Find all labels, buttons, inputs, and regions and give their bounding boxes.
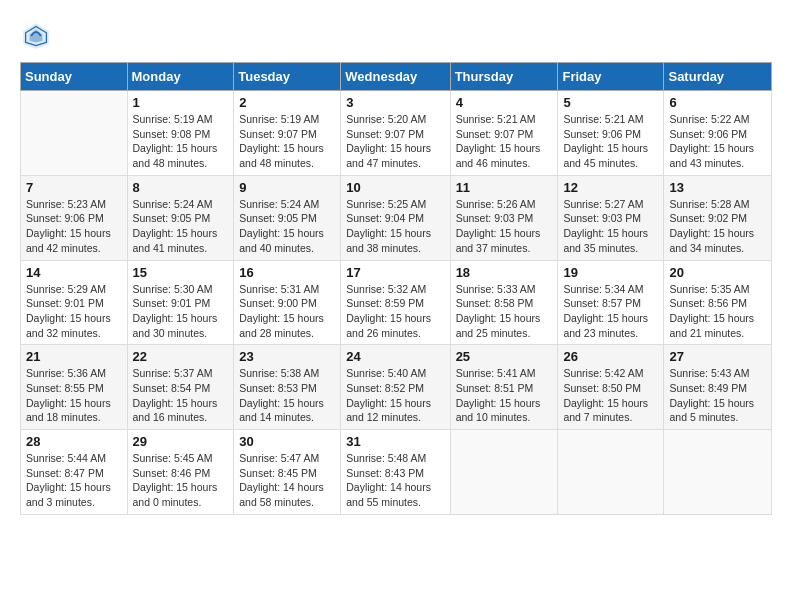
calendar-cell: 21Sunrise: 5:36 AM Sunset: 8:55 PM Dayli… (21, 345, 128, 430)
calendar-cell: 20Sunrise: 5:35 AM Sunset: 8:56 PM Dayli… (664, 260, 772, 345)
day-number: 12 (563, 180, 658, 195)
logo (20, 20, 58, 52)
weekday-header-tuesday: Tuesday (234, 63, 341, 91)
day-number: 25 (456, 349, 553, 364)
logo-icon (20, 20, 52, 52)
weekday-header-wednesday: Wednesday (341, 63, 450, 91)
day-number: 18 (456, 265, 553, 280)
calendar-cell: 22Sunrise: 5:37 AM Sunset: 8:54 PM Dayli… (127, 345, 234, 430)
day-info: Sunrise: 5:32 AM Sunset: 8:59 PM Dayligh… (346, 282, 444, 341)
week-row-4: 21Sunrise: 5:36 AM Sunset: 8:55 PM Dayli… (21, 345, 772, 430)
calendar-cell: 27Sunrise: 5:43 AM Sunset: 8:49 PM Dayli… (664, 345, 772, 430)
day-info: Sunrise: 5:20 AM Sunset: 9:07 PM Dayligh… (346, 112, 444, 171)
day-info: Sunrise: 5:24 AM Sunset: 9:05 PM Dayligh… (133, 197, 229, 256)
day-number: 27 (669, 349, 766, 364)
calendar-cell: 1Sunrise: 5:19 AM Sunset: 9:08 PM Daylig… (127, 91, 234, 176)
calendar-cell: 16Sunrise: 5:31 AM Sunset: 9:00 PM Dayli… (234, 260, 341, 345)
day-number: 9 (239, 180, 335, 195)
day-number: 6 (669, 95, 766, 110)
calendar-cell: 26Sunrise: 5:42 AM Sunset: 8:50 PM Dayli… (558, 345, 664, 430)
day-number: 13 (669, 180, 766, 195)
day-number: 3 (346, 95, 444, 110)
day-info: Sunrise: 5:47 AM Sunset: 8:45 PM Dayligh… (239, 451, 335, 510)
day-info: Sunrise: 5:26 AM Sunset: 9:03 PM Dayligh… (456, 197, 553, 256)
day-number: 10 (346, 180, 444, 195)
calendar-cell: 10Sunrise: 5:25 AM Sunset: 9:04 PM Dayli… (341, 175, 450, 260)
day-info: Sunrise: 5:37 AM Sunset: 8:54 PM Dayligh… (133, 366, 229, 425)
weekday-header-friday: Friday (558, 63, 664, 91)
calendar-cell: 30Sunrise: 5:47 AM Sunset: 8:45 PM Dayli… (234, 430, 341, 515)
weekday-header-thursday: Thursday (450, 63, 558, 91)
day-number: 26 (563, 349, 658, 364)
day-info: Sunrise: 5:45 AM Sunset: 8:46 PM Dayligh… (133, 451, 229, 510)
day-info: Sunrise: 5:23 AM Sunset: 9:06 PM Dayligh… (26, 197, 122, 256)
day-info: Sunrise: 5:29 AM Sunset: 9:01 PM Dayligh… (26, 282, 122, 341)
day-info: Sunrise: 5:42 AM Sunset: 8:50 PM Dayligh… (563, 366, 658, 425)
day-info: Sunrise: 5:48 AM Sunset: 8:43 PM Dayligh… (346, 451, 444, 510)
calendar-cell: 23Sunrise: 5:38 AM Sunset: 8:53 PM Dayli… (234, 345, 341, 430)
calendar-cell (450, 430, 558, 515)
day-number: 1 (133, 95, 229, 110)
day-info: Sunrise: 5:38 AM Sunset: 8:53 PM Dayligh… (239, 366, 335, 425)
week-row-2: 7Sunrise: 5:23 AM Sunset: 9:06 PM Daylig… (21, 175, 772, 260)
calendar-cell: 31Sunrise: 5:48 AM Sunset: 8:43 PM Dayli… (341, 430, 450, 515)
calendar-cell: 15Sunrise: 5:30 AM Sunset: 9:01 PM Dayli… (127, 260, 234, 345)
day-number: 23 (239, 349, 335, 364)
calendar-cell: 29Sunrise: 5:45 AM Sunset: 8:46 PM Dayli… (127, 430, 234, 515)
day-info: Sunrise: 5:22 AM Sunset: 9:06 PM Dayligh… (669, 112, 766, 171)
calendar-cell: 14Sunrise: 5:29 AM Sunset: 9:01 PM Dayli… (21, 260, 128, 345)
day-info: Sunrise: 5:33 AM Sunset: 8:58 PM Dayligh… (456, 282, 553, 341)
day-number: 19 (563, 265, 658, 280)
calendar-cell: 13Sunrise: 5:28 AM Sunset: 9:02 PM Dayli… (664, 175, 772, 260)
weekday-header-sunday: Sunday (21, 63, 128, 91)
day-number: 31 (346, 434, 444, 449)
day-number: 17 (346, 265, 444, 280)
day-number: 2 (239, 95, 335, 110)
week-row-1: 1Sunrise: 5:19 AM Sunset: 9:08 PM Daylig… (21, 91, 772, 176)
calendar-cell (21, 91, 128, 176)
calendar-cell: 17Sunrise: 5:32 AM Sunset: 8:59 PM Dayli… (341, 260, 450, 345)
day-info: Sunrise: 5:30 AM Sunset: 9:01 PM Dayligh… (133, 282, 229, 341)
calendar-cell: 18Sunrise: 5:33 AM Sunset: 8:58 PM Dayli… (450, 260, 558, 345)
day-number: 15 (133, 265, 229, 280)
day-info: Sunrise: 5:27 AM Sunset: 9:03 PM Dayligh… (563, 197, 658, 256)
day-info: Sunrise: 5:35 AM Sunset: 8:56 PM Dayligh… (669, 282, 766, 341)
day-info: Sunrise: 5:28 AM Sunset: 9:02 PM Dayligh… (669, 197, 766, 256)
day-number: 14 (26, 265, 122, 280)
calendar-cell: 8Sunrise: 5:24 AM Sunset: 9:05 PM Daylig… (127, 175, 234, 260)
page-header (20, 20, 772, 52)
calendar-cell: 19Sunrise: 5:34 AM Sunset: 8:57 PM Dayli… (558, 260, 664, 345)
calendar-cell: 12Sunrise: 5:27 AM Sunset: 9:03 PM Dayli… (558, 175, 664, 260)
calendar-cell: 4Sunrise: 5:21 AM Sunset: 9:07 PM Daylig… (450, 91, 558, 176)
day-info: Sunrise: 5:19 AM Sunset: 9:08 PM Dayligh… (133, 112, 229, 171)
weekday-header-saturday: Saturday (664, 63, 772, 91)
day-info: Sunrise: 5:19 AM Sunset: 9:07 PM Dayligh… (239, 112, 335, 171)
weekday-header-monday: Monday (127, 63, 234, 91)
day-number: 11 (456, 180, 553, 195)
calendar-cell: 2Sunrise: 5:19 AM Sunset: 9:07 PM Daylig… (234, 91, 341, 176)
calendar-cell: 9Sunrise: 5:24 AM Sunset: 9:05 PM Daylig… (234, 175, 341, 260)
day-number: 8 (133, 180, 229, 195)
day-info: Sunrise: 5:25 AM Sunset: 9:04 PM Dayligh… (346, 197, 444, 256)
calendar-cell: 11Sunrise: 5:26 AM Sunset: 9:03 PM Dayli… (450, 175, 558, 260)
day-info: Sunrise: 5:44 AM Sunset: 8:47 PM Dayligh… (26, 451, 122, 510)
day-number: 4 (456, 95, 553, 110)
day-info: Sunrise: 5:41 AM Sunset: 8:51 PM Dayligh… (456, 366, 553, 425)
day-number: 20 (669, 265, 766, 280)
calendar-cell: 28Sunrise: 5:44 AM Sunset: 8:47 PM Dayli… (21, 430, 128, 515)
day-number: 30 (239, 434, 335, 449)
day-number: 28 (26, 434, 122, 449)
weekday-header-row: SundayMondayTuesdayWednesdayThursdayFrid… (21, 63, 772, 91)
calendar-cell: 5Sunrise: 5:21 AM Sunset: 9:06 PM Daylig… (558, 91, 664, 176)
week-row-3: 14Sunrise: 5:29 AM Sunset: 9:01 PM Dayli… (21, 260, 772, 345)
week-row-5: 28Sunrise: 5:44 AM Sunset: 8:47 PM Dayli… (21, 430, 772, 515)
calendar-cell: 3Sunrise: 5:20 AM Sunset: 9:07 PM Daylig… (341, 91, 450, 176)
day-info: Sunrise: 5:21 AM Sunset: 9:06 PM Dayligh… (563, 112, 658, 171)
day-info: Sunrise: 5:21 AM Sunset: 9:07 PM Dayligh… (456, 112, 553, 171)
calendar-cell: 25Sunrise: 5:41 AM Sunset: 8:51 PM Dayli… (450, 345, 558, 430)
day-info: Sunrise: 5:40 AM Sunset: 8:52 PM Dayligh… (346, 366, 444, 425)
day-info: Sunrise: 5:24 AM Sunset: 9:05 PM Dayligh… (239, 197, 335, 256)
day-info: Sunrise: 5:36 AM Sunset: 8:55 PM Dayligh… (26, 366, 122, 425)
calendar-cell (558, 430, 664, 515)
calendar-cell: 24Sunrise: 5:40 AM Sunset: 8:52 PM Dayli… (341, 345, 450, 430)
